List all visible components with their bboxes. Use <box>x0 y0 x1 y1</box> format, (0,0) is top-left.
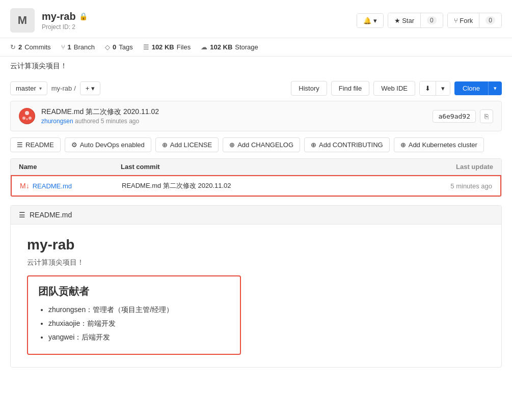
readme-icon: ☰ <box>17 141 23 149</box>
devops-icon: ⚙ <box>71 141 77 149</box>
notification-button[interactable]: 🔔 ▾ <box>357 14 383 27</box>
add-contributing-icon: ⊕ <box>311 141 316 149</box>
readme-header: ☰ README.md <box>11 206 501 225</box>
readme-section: ☰ README.md my-rab 云计算顶尖项目！ 团队贡献者 zhuron… <box>10 205 502 368</box>
fork-count-button[interactable]: 0 <box>479 13 501 27</box>
add-changelog-label: Add CHANGELOG <box>237 141 293 149</box>
file-toolbar-left: master ▾ my-rab / + ▾ <box>10 81 100 95</box>
col-last-commit: Last commit <box>121 163 412 171</box>
stat-tags[interactable]: ◇ 0 Tags <box>105 43 133 51</box>
stat-branch[interactable]: ⑂ 1 Branch <box>61 43 95 51</box>
branch-count: 1 <box>68 43 71 51</box>
auto-devops-button[interactable]: ⚙ Auto DevOps enabled <box>65 137 151 152</box>
add-chevron-icon: ▾ <box>91 85 95 92</box>
star-count-button[interactable]: 0 <box>421 13 443 27</box>
add-license-button[interactable]: ⊕ Add LICENSE <box>155 137 219 152</box>
files-size: 102 KB <box>152 43 174 51</box>
file-toolbar: master ▾ my-rab / + ▾ History Find file … <box>0 76 512 101</box>
file-name[interactable]: M↓ README.md <box>20 182 122 190</box>
commit-info: README.md 第二次修改 2020.11.02 zhurongsen au… <box>41 107 159 125</box>
tags-count: 0 <box>113 43 116 51</box>
add-kubernetes-label: Add Kubernetes cluster <box>409 141 477 149</box>
commit-hash: a6e9ad92 <box>433 110 476 123</box>
svg-point-3 <box>29 117 32 120</box>
add-kubernetes-icon: ⊕ <box>400 141 406 149</box>
stat-commits[interactable]: ↻ 2 Commits <box>10 43 51 51</box>
star-label: ★ Star <box>394 17 414 24</box>
notification-chevron-icon: ▾ <box>373 17 377 24</box>
add-changelog-button[interactable]: ⊕ Add CHANGELOG <box>223 137 300 152</box>
clone-button[interactable]: Clone <box>454 81 488 95</box>
add-contributing-label: Add CONTRIBUTING <box>319 141 383 149</box>
readme-header-title: README.md <box>30 211 72 219</box>
storage-label: Storage <box>235 43 258 51</box>
list-item: zhurongsen：管理者（项目主管/经理） <box>48 304 230 315</box>
lock-icon: 🔒 <box>79 12 88 20</box>
commit-authored-label: authored <box>75 118 101 125</box>
star-button[interactable]: ★ Star <box>388 13 421 27</box>
svg-point-1 <box>25 111 29 115</box>
last-commit-bar: README.md 第二次修改 2020.11.02 zhurongsen au… <box>10 101 502 131</box>
tags-label: Tags <box>119 43 132 51</box>
list-item: yangwei：后端开发 <box>48 332 230 343</box>
stat-storage[interactable]: ☁ 102 KB Storage <box>201 43 258 51</box>
readme-content: my-rab 云计算顶尖项目！ 团队贡献者 zhurongsen：管理者（项目主… <box>11 225 501 367</box>
file-name-text: README.md <box>33 182 72 190</box>
project-id: Project ID: 2 <box>42 23 88 31</box>
download-button[interactable]: ⬇ <box>420 81 436 95</box>
find-file-button[interactable]: Find file <box>331 81 370 96</box>
svg-point-2 <box>22 117 25 120</box>
commit-avatar <box>19 108 35 124</box>
commit-meta: zhurongsen authored 5 minutes ago <box>41 118 159 125</box>
file-table-header: Name Last commit Last update <box>11 159 501 175</box>
readme-header-icon: ☰ <box>19 211 25 219</box>
add-changelog-icon: ⊕ <box>229 141 235 149</box>
branch-selector[interactable]: master ▾ <box>10 81 47 95</box>
clone-dropdown-button[interactable]: ▾ <box>488 81 502 95</box>
add-button[interactable]: + ▾ <box>80 81 101 95</box>
readme-box-title: 团队贡献者 <box>38 285 230 298</box>
fork-btn-group: ⑂ Fork 0 <box>447 13 502 28</box>
file-commit-message: README.md 第二次修改 2020.11.02 <box>122 181 411 190</box>
copy-hash-button[interactable]: ⎘ <box>480 109 493 123</box>
table-row: M↓ README.md README.md 第二次修改 2020.11.02 … <box>11 175 501 197</box>
project-name-text: my-rab <box>42 11 76 22</box>
files-icon: ☰ <box>143 43 149 51</box>
add-contributing-button[interactable]: ⊕ Add CONTRIBUTING <box>304 137 390 152</box>
commit-author[interactable]: zhurongsen <box>41 118 73 125</box>
branch-chevron-icon: ▾ <box>39 86 42 91</box>
readme-button[interactable]: ☰ README <box>10 137 61 152</box>
breadcrumb: my-rab / <box>51 85 76 92</box>
commit-time-ago: 5 minutes ago <box>101 118 139 125</box>
project-header-right: 🔔 ▾ ★ Star 0 ⑂ Fork 0 <box>357 13 502 28</box>
contributors-list: zhurongsen：管理者（项目主管/经理） zhuxiaojie：前端开发 … <box>38 304 230 343</box>
readme-project-title: my-rab <box>27 237 485 253</box>
file-last-update: 5 minutes ago <box>411 182 492 190</box>
commits-count: 2 <box>18 43 22 51</box>
branch-icon: ⑂ <box>61 43 65 51</box>
project-header: M my-rab 🔒 Project ID: 2 🔔 ▾ ★ Star <box>0 0 512 38</box>
files-label: Files <box>177 43 191 51</box>
commit-message: README.md 第二次修改 2020.11.02 <box>41 107 159 117</box>
history-button[interactable]: History <box>291 81 327 96</box>
fork-label: ⑂ Fork <box>454 17 473 24</box>
stat-files[interactable]: ☰ 102 KB Files <box>143 43 191 51</box>
quick-actions: ☰ README ⚙ Auto DevOps enabled ⊕ Add LIC… <box>0 137 512 158</box>
branch-name: master <box>16 85 36 92</box>
commits-label: Commits <box>24 43 50 51</box>
storage-size: 102 KB <box>210 43 232 51</box>
star-btn-group: ★ Star 0 <box>388 13 443 28</box>
web-ide-button[interactable]: Web IDE <box>373 81 415 96</box>
commit-left: README.md 第二次修改 2020.11.02 zhurongsen au… <box>19 107 159 125</box>
add-license-icon: ⊕ <box>162 141 168 149</box>
add-license-label: Add LICENSE <box>170 141 212 149</box>
download-chevron-button[interactable]: ▾ <box>436 81 450 95</box>
stats-bar: ↻ 2 Commits ⑂ 1 Branch ◇ 0 Tags ☰ 102 KB… <box>0 38 512 57</box>
project-description: 云计算顶尖项目！ <box>0 57 512 76</box>
clone-btn-group: Clone ▾ <box>454 81 502 95</box>
breadcrumb-separator: / <box>74 85 76 92</box>
file-toolbar-right: History Find file Web IDE ⬇ ▾ Clone ▾ <box>291 81 502 96</box>
fork-button[interactable]: ⑂ Fork <box>448 13 480 27</box>
add-kubernetes-button[interactable]: ⊕ Add Kubernetes cluster <box>394 137 484 152</box>
project-header-left: M my-rab 🔒 Project ID: 2 <box>10 8 88 33</box>
